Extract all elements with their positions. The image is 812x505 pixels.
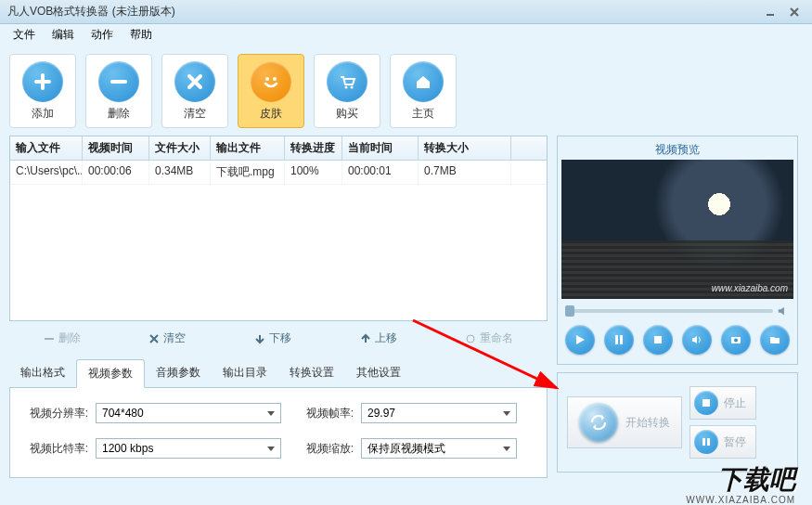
svg-point-6 — [467, 335, 474, 343]
tab-output-format[interactable]: 输出格式 — [9, 359, 76, 387]
svg-rect-8 — [620, 335, 623, 344]
clear-button[interactable]: 清空 — [161, 54, 228, 128]
brand-url: WWW.XIAZAIBA.COM — [686, 495, 795, 505]
svg-rect-0 — [767, 14, 774, 16]
rename-icon — [465, 333, 476, 344]
list-movedown[interactable]: 下移 — [254, 330, 291, 346]
action-panel: 开始转换 停止 暂停 — [557, 372, 798, 473]
framerate-label: 视频帧率: — [289, 406, 354, 421]
svg-rect-14 — [707, 438, 710, 446]
x-icon — [148, 333, 160, 344]
col-input[interactable]: 输入文件 — [10, 136, 83, 160]
menubar: 文件 编辑 动作 帮助 — [0, 24, 812, 45]
framerate-select[interactable]: 29.97 — [361, 403, 517, 423]
tab-convert-settings[interactable]: 转换设置 — [278, 359, 345, 387]
settings-tabs: 输出格式 视频参数 音频参数 输出目录 转换设置 其他设置 — [9, 359, 548, 388]
table-row[interactable]: C:\Users\pc\.. 00:00:06 0.34MB 下载吧.mpg 1… — [10, 161, 547, 185]
menu-help[interactable]: 帮助 — [122, 25, 160, 45]
svg-rect-7 — [615, 335, 618, 344]
buy-button[interactable]: 购买 — [314, 54, 380, 128]
resolution-select[interactable]: 704*480 — [96, 403, 281, 423]
tab-video-params[interactable]: 视频参数 — [76, 359, 145, 388]
tab-audio-params[interactable]: 音频参数 — [145, 359, 212, 387]
bitrate-select[interactable]: 1200 kbps — [96, 438, 281, 459]
chevron-down-icon — [267, 411, 275, 416]
start-convert-button[interactable]: 开始转换 — [567, 396, 682, 448]
speaker-icon[interactable] — [777, 304, 790, 317]
menu-edit[interactable]: 编辑 — [45, 25, 82, 45]
svg-point-4 — [351, 85, 354, 88]
convert-icon — [579, 403, 618, 442]
list-delete[interactable]: 删除 — [44, 330, 81, 346]
close-button[interactable] — [784, 5, 805, 19]
stop-icon — [694, 391, 718, 415]
preview-title: 视频预览 — [561, 140, 793, 160]
cart-icon — [327, 61, 367, 102]
svg-point-11 — [734, 339, 738, 343]
bitrate-label: 视频比特率: — [23, 441, 88, 457]
list-moveup[interactable]: 上移 — [360, 330, 397, 346]
window-title: 凡人VOB格式转换器 (未注册版本) — [7, 4, 760, 19]
preview-image: www.xiazaiba.com — [561, 160, 793, 299]
home-button[interactable]: 主页 — [390, 54, 457, 128]
chevron-down-icon — [267, 447, 275, 451]
col-output[interactable]: 输出文件 — [211, 136, 285, 160]
resolution-label: 视频分辨率: — [23, 406, 88, 421]
video-params-panel: 视频分辨率: 704*480 视频帧率: 29.97 视频比特率: 1200 k… — [9, 388, 548, 478]
col-curtime[interactable]: 当前时间 — [342, 136, 419, 160]
seek-slider[interactable] — [565, 309, 773, 313]
list-rename[interactable]: 重命名 — [465, 330, 513, 346]
volume-button[interactable] — [682, 325, 712, 355]
titlebar: 凡人VOB格式转换器 (未注册版本) — [0, 0, 812, 24]
menu-action[interactable]: 动作 — [84, 25, 121, 45]
svg-point-3 — [345, 85, 348, 88]
col-progress[interactable]: 转换进度 — [285, 136, 342, 160]
tab-output-dir[interactable]: 输出目录 — [212, 359, 278, 387]
skin-button[interactable]: 皮肤 — [238, 54, 304, 128]
chevron-down-icon — [503, 411, 510, 416]
svg-point-1 — [265, 77, 269, 81]
smile-icon — [251, 61, 291, 102]
minus-icon — [44, 333, 55, 344]
pause-convert-button[interactable]: 暂停 — [690, 425, 756, 459]
list-operations: 删除 清空 下移 上移 重命名 — [9, 321, 548, 359]
media-controls — [561, 319, 793, 360]
svg-rect-13 — [702, 438, 705, 446]
stop-button[interactable] — [643, 325, 673, 355]
play-button[interactable] — [565, 325, 595, 355]
snapshot-button[interactable] — [721, 325, 751, 355]
svg-rect-5 — [45, 338, 54, 340]
zoom-label: 视频缩放: — [289, 441, 354, 457]
x-icon — [174, 61, 215, 102]
chevron-down-icon — [503, 447, 510, 451]
menu-file[interactable]: 文件 — [6, 25, 43, 45]
stop-convert-button[interactable]: 停止 — [690, 386, 756, 420]
file-table: 输入文件 视频时间 文件大小 输出文件 转换进度 当前时间 转换大小 C:\Us… — [9, 136, 548, 321]
tab-other-settings[interactable]: 其他设置 — [345, 359, 412, 387]
folder-button[interactable] — [760, 325, 790, 355]
col-fsize[interactable]: 文件大小 — [149, 136, 211, 160]
plus-icon — [22, 61, 63, 102]
pause-icon — [694, 430, 718, 454]
delete-button[interactable]: 删除 — [85, 54, 152, 128]
arrow-up-icon — [360, 333, 371, 344]
arrow-down-icon — [254, 333, 265, 344]
svg-rect-12 — [702, 399, 710, 407]
minus-icon — [98, 61, 139, 102]
pause-button[interactable] — [604, 325, 634, 355]
col-outsize[interactable]: 转换大小 — [419, 136, 511, 160]
svg-point-2 — [273, 77, 277, 81]
toolbar: 添加 删除 清空 皮肤 购买 主页 — [0, 45, 812, 136]
list-clear[interactable]: 清空 — [148, 330, 186, 346]
svg-rect-9 — [654, 336, 662, 343]
col-vtime[interactable]: 视频时间 — [83, 136, 149, 160]
add-button[interactable]: 添加 — [9, 54, 76, 128]
minimize-button[interactable] — [760, 5, 780, 19]
brand-logo: 下载吧 — [717, 462, 795, 498]
zoom-select[interactable]: 保持原视频模式 — [361, 438, 517, 459]
home-icon — [403, 61, 444, 102]
preview-panel: 视频预览 www.xiazaiba.com — [557, 136, 798, 365]
